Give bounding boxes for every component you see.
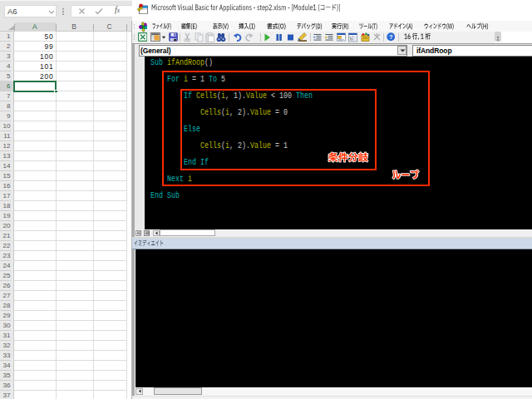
svg-text:?: ? bbox=[388, 33, 392, 41]
